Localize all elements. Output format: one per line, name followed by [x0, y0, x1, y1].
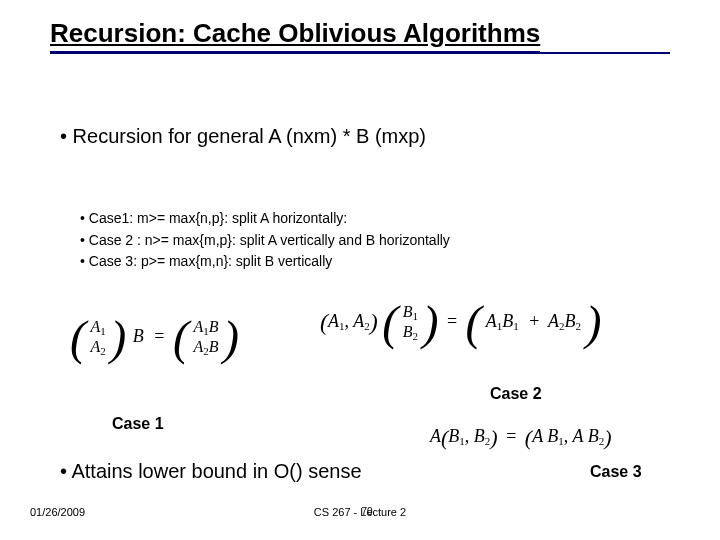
case-2-text: • Case 2 : n>= max{m,p}: split A vertica…: [80, 230, 450, 252]
equations-area: ( A1 A2 ) B = ( A1B A2B ) (A1, A2) ( B1 …: [0, 290, 720, 410]
footer-course: CS 267 - Lecture 2: [0, 506, 720, 518]
main-bullet: • Recursion for general A (nxm) * B (mxp…: [60, 125, 426, 148]
case-3-label: Case 3: [590, 463, 642, 481]
title-rule: [50, 52, 670, 54]
equation-case-3: A(B1, B2) = (A B1, A B2): [430, 425, 612, 451]
case-3-text: • Case 3: p>= max{m,n}: split B vertical…: [80, 251, 450, 273]
case-bullets: • Case1: m>= max{n,p}: split A horizonta…: [80, 208, 450, 273]
slide-title: Recursion: Cache Oblivious Algorithms: [50, 18, 540, 53]
title-wrap: Recursion: Cache Oblivious Algorithms: [0, 0, 720, 53]
lower-bound-bullet: • Attains lower bound in O() sense: [60, 460, 362, 483]
equation-case-1: ( A1 A2 ) B = ( A1B A2B ): [70, 310, 239, 365]
slide: Recursion: Cache Oblivious Algorithms • …: [0, 0, 720, 540]
case-2-label: Case 2: [490, 385, 542, 403]
case-1-text: • Case1: m>= max{n,p}: split A horizonta…: [80, 208, 450, 230]
equation-case-2: (A1, A2) ( B1 B2 ) = ( A1B1 + A2B2 ): [320, 295, 601, 350]
case-1-label: Case 1: [112, 415, 164, 433]
